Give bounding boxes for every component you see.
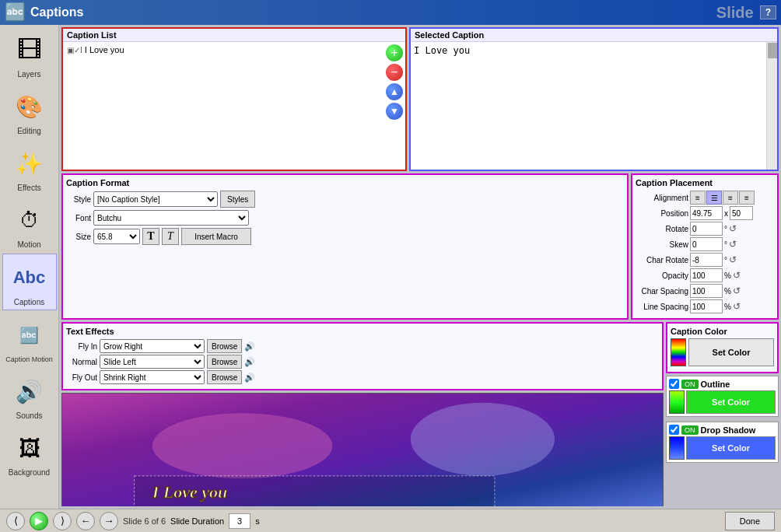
list-item-icons: ▣✓I: [67, 46, 82, 54]
mid-row: Caption Format Style [No Caption Style] …: [61, 173, 779, 320]
sidebar-item-effects[interactable]: ✨ Effects: [2, 140, 57, 195]
sidebar-item-sounds[interactable]: 🔊 Sounds: [2, 368, 57, 423]
fly-out-select[interactable]: Shrink Right: [100, 370, 205, 384]
sidebar-item-layers[interactable]: 🎞 Layers: [2, 26, 57, 82]
sidebar-item-editing[interactable]: 🎨 Editing: [2, 83, 57, 138]
list-item[interactable]: ▣✓I I Love you: [65, 44, 382, 56]
caption-set-color-button[interactable]: Set Color: [688, 338, 774, 366]
char-rotate-reset-icon[interactable]: ↺: [729, 254, 737, 265]
caption-list-panel: Caption List ▣✓I I Love you + − ▲: [61, 27, 407, 171]
rotate-row: Rotate ° ↺: [636, 222, 774, 236]
right-lower: Caption Color Set Color ON Outline: [666, 322, 779, 506]
add-caption-button[interactable]: +: [386, 44, 403, 61]
scrollbar-thumb: [768, 43, 777, 58]
nav-next-button[interactable]: ⟩: [53, 512, 72, 530]
size-select[interactable]: 65.8: [93, 229, 140, 244]
sidebar-item-background[interactable]: 🖼 Background: [2, 425, 57, 480]
align-right-button[interactable]: ≡: [723, 191, 738, 205]
align-center-button[interactable]: ☰: [706, 191, 722, 205]
fly-out-browse-button[interactable]: Browse: [207, 370, 242, 384]
skew-deg: °: [724, 240, 727, 249]
nav-back-button[interactable]: ←: [76, 512, 95, 530]
move-up-button[interactable]: ▲: [386, 83, 403, 100]
duration-input[interactable]: [229, 513, 250, 529]
skew-reset-icon[interactable]: ↺: [729, 239, 737, 250]
font-select[interactable]: Butchu: [93, 210, 249, 226]
position-row: Position x: [636, 206, 774, 220]
align-left-button[interactable]: ≡: [690, 191, 706, 205]
styles-button[interactable]: Styles: [220, 191, 255, 208]
char-spacing-reset-icon[interactable]: ↺: [733, 285, 741, 296]
caption-list-header: Caption List: [63, 29, 405, 42]
opacity-pct: %: [724, 271, 731, 280]
seconds-label: s: [255, 516, 260, 526]
fly-in-sound-icon[interactable]: 🔊: [244, 341, 255, 352]
drop-shadow-header: ON Drop Shadow: [669, 425, 776, 435]
outline-checkbox[interactable]: [669, 379, 679, 389]
selected-caption-panel: Selected Caption I Love you: [409, 27, 779, 171]
sidebar-item-caption-motion[interactable]: 🔤 Caption Motion: [2, 312, 57, 366]
align-group: ≡ ☰ ≡ ≡: [690, 191, 755, 205]
drop-shadow-set-color-button[interactable]: Set Color: [686, 436, 776, 460]
background-icon: 🖼: [9, 428, 50, 468]
nav-play-button[interactable]: ▶: [30, 512, 48, 530]
line-spacing-label: Line Spacing: [636, 303, 688, 311]
outline-on-badge: ON: [681, 380, 699, 389]
outline-color-swatch: [669, 390, 685, 414]
font-row: Font Butchu: [66, 210, 624, 226]
fly-in-browse-button[interactable]: Browse: [207, 339, 242, 353]
slide-info: Slide 6 of 6: [123, 516, 166, 526]
fly-out-row: Fly Out Shrink Right Browse 🔊: [66, 370, 659, 384]
remove-caption-button[interactable]: −: [386, 64, 403, 81]
sidebar-item-captions[interactable]: Abc Captions: [2, 254, 57, 310]
skew-label: Skew: [636, 240, 688, 249]
opacity-input[interactable]: [690, 268, 723, 282]
drop-shadow-checkbox[interactable]: [669, 425, 679, 435]
bold-button[interactable]: T: [142, 228, 159, 245]
rotate-input[interactable]: [690, 222, 723, 236]
outline-set-color-button[interactable]: Set Color: [686, 390, 776, 414]
style-select[interactable]: [No Caption Style]: [93, 191, 218, 207]
caption-text-input[interactable]: I Love you: [411, 42, 777, 170]
caption-list-body: ▣✓I I Love you + − ▲ ▼: [63, 42, 405, 170]
scrollbar-track[interactable]: [766, 42, 777, 170]
opacity-reset-icon[interactable]: ↺: [733, 270, 741, 281]
captions-nav-icon: Abc: [9, 257, 50, 298]
alignment-row: Alignment ≡ ☰ ≡ ≡: [636, 191, 774, 205]
normal-browse-button[interactable]: Browse: [207, 355, 242, 369]
align-justify-button[interactable]: ≡: [739, 191, 755, 205]
normal-select[interactable]: Slide Left: [100, 355, 205, 369]
fly-out-sound-icon[interactable]: 🔊: [244, 373, 255, 383]
fly-in-select[interactable]: Grow Right: [100, 339, 205, 353]
caption-list-content: ▣✓I I Love you: [63, 42, 383, 170]
nav-prev-button[interactable]: ⟨: [6, 512, 25, 530]
status-bar: ⟨ ▶ ⟩ ← → Slide 6 of 6 Slide Duration s …: [0, 509, 781, 532]
rotate-reset-icon[interactable]: ↺: [729, 223, 737, 234]
char-rotate-input[interactable]: [690, 253, 723, 267]
char-spacing-input[interactable]: [690, 284, 723, 298]
normal-sound-icon[interactable]: 🔊: [244, 357, 255, 367]
position-y-input[interactable]: [730, 206, 753, 220]
font-label: Font: [66, 214, 91, 222]
caption-color-row: Set Color: [671, 338, 774, 366]
insert-macro-button[interactable]: Insert Macro: [181, 228, 251, 245]
top-row: Caption List ▣✓I I Love you + − ▲: [61, 27, 779, 171]
help-button[interactable]: ?: [760, 5, 776, 19]
line-spacing-row: Line Spacing % ↺: [636, 299, 774, 313]
opacity-label: Opacity: [636, 271, 688, 280]
line-spacing-reset-icon[interactable]: ↺: [733, 301, 741, 312]
skew-row: Skew ° ↺: [636, 237, 774, 251]
line-spacing-input[interactable]: [690, 299, 723, 313]
alignment-label: Alignment: [636, 194, 688, 202]
char-rotate-deg: °: [724, 256, 727, 264]
nav-forward-button[interactable]: →: [100, 512, 118, 530]
outline-header: ON Outline: [669, 379, 776, 389]
sidebar-item-motion[interactable]: ⏱ Motion: [2, 197, 57, 252]
italic-button[interactable]: T: [162, 228, 179, 245]
skew-input[interactable]: [690, 237, 723, 251]
done-button[interactable]: Done: [725, 512, 775, 530]
normal-label: Normal: [66, 358, 97, 366]
move-down-button[interactable]: ▼: [386, 103, 403, 120]
workspace: Caption List ▣✓I I Love you + − ▲: [59, 25, 781, 509]
position-x-input[interactable]: [690, 206, 723, 220]
